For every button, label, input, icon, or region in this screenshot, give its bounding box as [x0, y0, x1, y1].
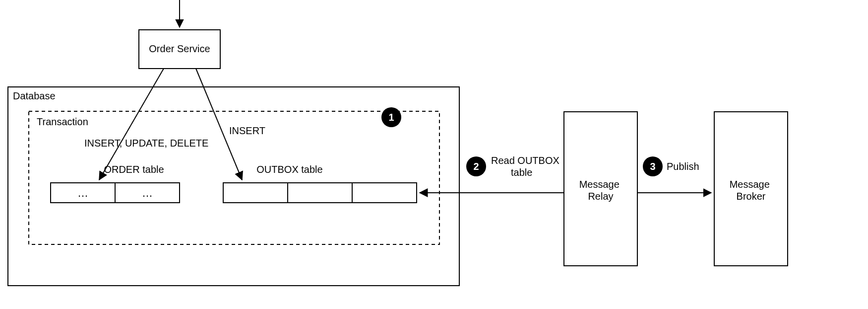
step-badge-3: 3 — [643, 156, 663, 176]
svg-rect-5 — [223, 183, 288, 203]
outbox-diagram: Order Service Database Transaction INSER… — [0, 0, 868, 309]
message-relay-box: Message Relay — [564, 112, 637, 266]
outbox-table-label: OUTBOX table — [256, 164, 322, 175]
arrow-to-outbox-table — [196, 69, 242, 180]
arrow-to-order-table — [99, 69, 164, 180]
order-table: … … — [51, 183, 180, 203]
svg-text:2: 2 — [473, 161, 479, 172]
insert-label: INSERT — [229, 125, 265, 136]
order-table-label: ORDER table — [104, 164, 164, 175]
publish-label: Publish — [667, 161, 699, 172]
step-badge-1: 1 — [381, 107, 401, 127]
svg-rect-6 — [288, 183, 352, 203]
database-label: Database — [13, 90, 56, 101]
read-outbox-label: Read OUTBOX table — [491, 155, 562, 178]
order-service-label: Order Service — [149, 43, 210, 54]
insert-update-delete-label: INSERT, UPDATE, DELETE — [84, 138, 208, 149]
order-table-cell-1: … — [77, 187, 88, 199]
transaction-label: Transaction — [37, 116, 88, 127]
svg-text:1: 1 — [388, 112, 394, 123]
svg-rect-7 — [352, 183, 417, 203]
message-broker-box: Message Broker — [714, 112, 788, 266]
step-badge-2: 2 — [466, 156, 486, 176]
svg-text:3: 3 — [650, 161, 655, 172]
order-service-box: Order Service — [139, 30, 220, 69]
outbox-table — [223, 183, 417, 203]
order-table-cell-2: … — [142, 187, 153, 199]
